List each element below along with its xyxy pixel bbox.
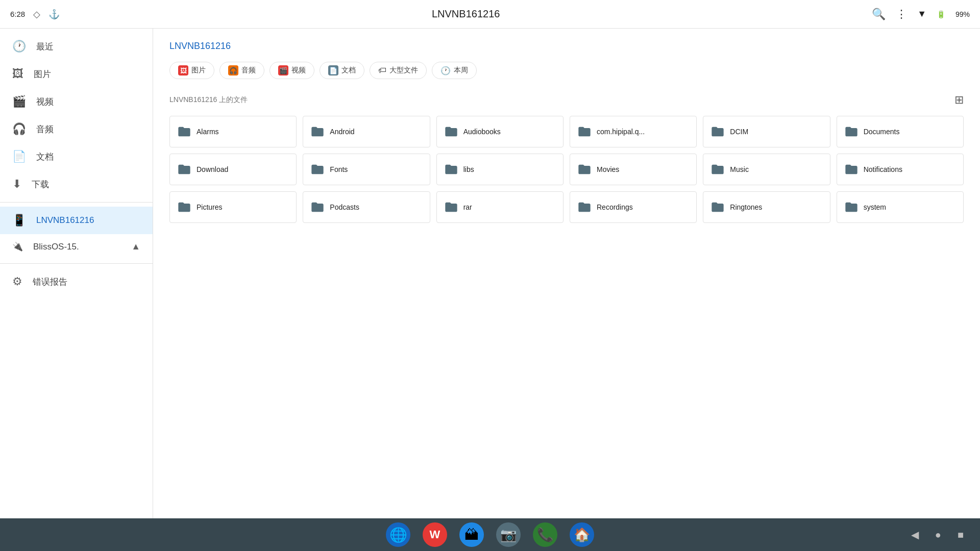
video-icon: 🎬: [12, 95, 26, 108]
gallery-icon: 🏔: [464, 527, 479, 543]
content-area: LNVNB161216 🖼 图片 🎧 音频 🎬 视频 📄 文档 🏷 大型文件: [153, 29, 980, 518]
folder-item[interactable]: Android: [303, 116, 430, 147]
folder-item[interactable]: Pictures: [169, 191, 297, 223]
sidebar-divider-1: [0, 202, 153, 203]
folder-name: rar: [463, 203, 472, 211]
folder-item[interactable]: Download: [169, 154, 297, 185]
recents-button[interactable]: ■: [958, 529, 964, 541]
folder-icon: [177, 200, 191, 214]
folder-name: Audiobooks: [463, 128, 501, 136]
chip-large[interactable]: 🏷 大型文件: [370, 62, 427, 79]
chip-audio-label: 音频: [241, 66, 256, 75]
folder-name: Alarms: [197, 128, 219, 136]
back-button[interactable]: ◀: [911, 529, 919, 541]
usb-label: BlissOS-15.: [33, 242, 79, 252]
taskbar-nav: ◀ ● ■: [911, 529, 964, 541]
app-title: LNVNB161216: [432, 8, 500, 20]
taskbar-app-camera[interactable]: 📷: [496, 522, 521, 547]
chip-images-label: 图片: [191, 66, 206, 75]
folder-name: Movies: [597, 165, 619, 173]
chip-docs-icon: 📄: [328, 65, 338, 76]
folder-icon: [710, 200, 725, 214]
sidebar-label-audio: 音频: [36, 123, 54, 135]
clock: 6:28: [10, 10, 25, 18]
folder-item[interactable]: Alarms: [169, 116, 297, 147]
folder-item[interactable]: Podcasts: [303, 191, 430, 223]
wps-icon: W: [430, 528, 440, 541]
home-button[interactable]: ●: [935, 529, 941, 541]
folder-item[interactable]: DCIM: [703, 116, 830, 147]
folder-item[interactable]: Fonts: [303, 154, 430, 185]
folder-item[interactable]: libs: [436, 154, 564, 185]
view-toggle-button[interactable]: ⊞: [954, 93, 964, 107]
sidebar-label-recent: 最近: [36, 41, 54, 53]
folder-item[interactable]: Ringtones: [703, 191, 830, 223]
sidebar-item-error[interactable]: ⚙ 错误报告: [0, 268, 153, 295]
folder-item[interactable]: system: [837, 191, 964, 223]
images-icon: 🖼: [12, 67, 23, 81]
folder-name: system: [864, 203, 886, 211]
folder-icon: [177, 124, 191, 139]
sidebar-item-audio[interactable]: 🎧 音频: [0, 115, 153, 143]
chip-video[interactable]: 🎬 视频: [270, 62, 314, 79]
folder-icon: [310, 124, 325, 139]
folder-name: Recordings: [597, 203, 633, 211]
sidebar-label-download: 下载: [32, 179, 49, 190]
chip-week[interactable]: 🕐 本周: [432, 62, 477, 79]
folder-item[interactable]: rar: [436, 191, 564, 223]
filter-chips: 🖼 图片 🎧 音频 🎬 视频 📄 文档 🏷 大型文件 🕐 本周: [169, 62, 964, 79]
folder-name: Download: [197, 165, 228, 173]
wifi-icon: ▼: [917, 9, 926, 19]
sidebar-item-usb[interactable]: 🔌 BlissOS-15. ▲: [0, 234, 153, 259]
folder-item[interactable]: Audiobooks: [436, 116, 564, 147]
taskbar-app-store[interactable]: 🏠: [570, 522, 594, 547]
eject-icon[interactable]: ▲: [131, 241, 140, 252]
chip-docs[interactable]: 📄 文档: [320, 62, 364, 79]
folder-icon: [577, 124, 592, 139]
search-icon[interactable]: 🔍: [872, 8, 886, 21]
taskbar-app-gallery[interactable]: 🏔: [459, 522, 484, 547]
sidebar-item-device[interactable]: 📱 LNVNB161216: [0, 207, 153, 234]
folder-icon: [710, 124, 725, 139]
chip-week-icon: 🕐: [440, 66, 451, 76]
folder-name: Notifications: [864, 165, 902, 173]
audio-icon: 🎧: [12, 122, 26, 136]
chip-large-icon: 🏷: [378, 66, 386, 75]
sidebar-label-video: 视频: [36, 96, 54, 108]
folder-icon: [310, 162, 325, 177]
folder-item[interactable]: Music: [703, 154, 830, 185]
recent-icon: 🕐: [12, 40, 26, 53]
sidebar-item-video[interactable]: 🎬 视频: [0, 88, 153, 115]
folder-icon: [444, 124, 458, 139]
chip-audio-icon: 🎧: [228, 65, 238, 76]
chip-week-label: 本周: [454, 66, 468, 75]
folder-item[interactable]: com.hipipal.q...: [570, 116, 697, 147]
menu-icon[interactable]: ⋮: [896, 8, 907, 21]
folder-item[interactable]: Recordings: [570, 191, 697, 223]
browser-icon: 🌐: [389, 527, 407, 543]
sidebar-item-docs[interactable]: 📄 文档: [0, 143, 153, 170]
folder-item[interactable]: Movies: [570, 154, 697, 185]
taskbar-app-phone[interactable]: 📞: [533, 522, 557, 547]
folder-name: Documents: [864, 128, 900, 136]
folder-icon: [844, 124, 859, 139]
folder-item[interactable]: Documents: [837, 116, 964, 147]
folder-name: Pictures: [197, 203, 223, 211]
camera-icon: 📷: [500, 527, 517, 543]
chip-images[interactable]: 🖼 图片: [169, 62, 214, 79]
sidebar: 🕐 最近 🖼 图片 🎬 视频 🎧 音频 📄 文档 ⬇ 下载 📱 LNVNB161…: [0, 29, 153, 518]
top-bar: 6:28 ◇ ⚓ LNVNB161216 🔍 ⋮ ▼ 🔋 99%: [0, 0, 980, 29]
battery-icon: 🔋: [937, 10, 945, 18]
files-header: LNVNB161216 上的文件 ⊞: [169, 93, 964, 107]
chip-audio[interactable]: 🎧 音频: [219, 62, 264, 79]
main-layout: 🕐 最近 🖼 图片 🎬 视频 🎧 音频 📄 文档 ⬇ 下载 📱 LNVNB161…: [0, 29, 980, 518]
sidebar-item-recent[interactable]: 🕐 最近: [0, 33, 153, 60]
folder-item[interactable]: Notifications: [837, 154, 964, 185]
sidebar-item-download[interactable]: ⬇ 下载: [0, 170, 153, 198]
sidebar-item-images[interactable]: 🖼 图片: [0, 60, 153, 88]
folder-name: libs: [463, 165, 474, 173]
taskbar-app-wps[interactable]: W: [423, 522, 447, 547]
taskbar-app-browser[interactable]: 🌐: [386, 522, 410, 547]
folder-icon: [577, 162, 592, 177]
folder-icon: [844, 162, 859, 177]
